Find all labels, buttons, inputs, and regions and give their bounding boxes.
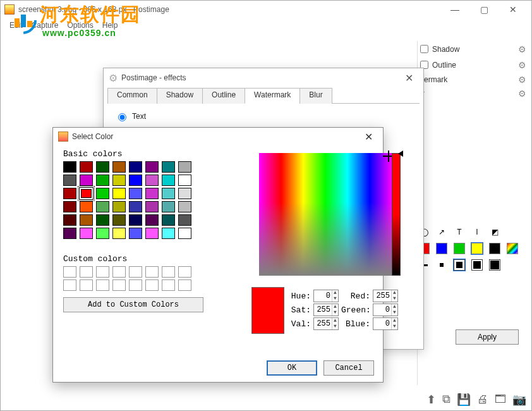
basic-color-swatch[interactable]	[145, 188, 159, 199]
apply-button[interactable]: Apply	[456, 329, 519, 345]
basic-color-swatch[interactable]	[178, 188, 191, 199]
basic-color-swatch[interactable]	[129, 228, 142, 239]
gear-icon[interactable]: ⚙	[518, 75, 526, 85]
basic-color-swatch[interactable]	[145, 228, 159, 239]
basic-color-swatch[interactable]	[162, 214, 175, 226]
hue-field[interactable]	[314, 290, 332, 302]
basic-color-swatch[interactable]	[129, 175, 142, 186]
crop-icon[interactable]: ◩	[488, 226, 501, 238]
slider-arrow-icon[interactable]	[398, 150, 403, 157]
custom-color-swatch[interactable]	[145, 266, 159, 278]
gear-icon[interactable]: ⚙	[518, 60, 526, 70]
close-button[interactable]: ✕	[499, 1, 528, 18]
browser-icon[interactable]: 🗔	[495, 393, 506, 407]
custom-color-swatch[interactable]	[112, 279, 126, 291]
basic-color-swatch[interactable]	[112, 214, 126, 226]
tab-common[interactable]: Common	[107, 88, 157, 104]
basic-color-swatch[interactable]	[63, 214, 76, 226]
size-option[interactable]	[453, 259, 466, 271]
menu-capture[interactable]: Capture	[28, 20, 63, 31]
side-item-shadow[interactable]: Shadow ⚙	[415, 41, 529, 57]
gear-icon[interactable]: ⚙	[518, 44, 526, 54]
shadow-checkbox[interactable]	[420, 45, 428, 53]
text-radio[interactable]	[118, 113, 126, 121]
chevron-down-icon[interactable]: ▼	[332, 310, 338, 316]
side-item-blur[interactable]: ur ⚙	[415, 87, 529, 101]
side-item-outline[interactable]: Outline ⚙	[415, 57, 529, 73]
val-field[interactable]	[314, 318, 332, 329]
custom-color-swatch[interactable]	[63, 279, 76, 291]
basic-color-swatch[interactable]	[162, 175, 175, 186]
ok-button[interactable]: OK	[267, 360, 317, 376]
basic-color-swatch[interactable]	[145, 214, 159, 226]
gradient-crosshair[interactable]	[385, 153, 392, 159]
basic-color-swatch[interactable]	[162, 228, 175, 239]
add-custom-button[interactable]: Add to Custom Colors	[63, 297, 203, 312]
effects-close-button[interactable]: ✕	[399, 72, 418, 84]
basic-color-swatch[interactable]	[112, 175, 126, 186]
basic-color-swatch[interactable]	[80, 175, 93, 186]
red-field[interactable]	[373, 290, 391, 302]
custom-color-swatch[interactable]	[63, 266, 76, 278]
basic-color-swatch[interactable]	[96, 188, 109, 199]
basic-color-swatch[interactable]	[162, 188, 175, 199]
custom-color-swatch[interactable]	[112, 266, 126, 278]
gear-icon[interactable]: ⚙	[518, 89, 526, 99]
basic-color-swatch[interactable]	[178, 161, 191, 173]
basic-color-swatch[interactable]	[63, 188, 76, 199]
menu-help[interactable]: Help	[99, 20, 122, 31]
basic-color-swatch[interactable]	[178, 228, 191, 239]
size-option[interactable]	[435, 259, 448, 271]
chevron-down-icon[interactable]: ▼	[332, 324, 338, 329]
upload-icon[interactable]: ⬆	[426, 393, 436, 407]
rainbow-swatch[interactable]	[506, 242, 519, 255]
basic-color-swatch[interactable]	[162, 201, 175, 212]
custom-color-swatch[interactable]	[96, 266, 109, 278]
basic-color-swatch[interactable]	[178, 175, 191, 186]
basic-color-swatch[interactable]	[145, 175, 159, 186]
basic-color-swatch[interactable]	[96, 201, 109, 212]
tab-watermark[interactable]: Watermark	[245, 88, 300, 104]
tab-blur[interactable]: Blur	[299, 88, 332, 104]
color-swatch[interactable]	[488, 242, 501, 255]
text-radio-row[interactable]: Text	[115, 111, 412, 121]
basic-color-swatch[interactable]	[80, 161, 93, 173]
green-input[interactable]: ▲▼	[373, 304, 398, 316]
basic-color-swatch[interactable]	[162, 161, 175, 173]
camera-icon[interactable]: 📷	[512, 393, 526, 407]
size-option[interactable]	[471, 259, 483, 271]
hue-input[interactable]: ▲▼	[313, 290, 339, 302]
caret-icon[interactable]: I	[471, 226, 483, 238]
basic-color-swatch[interactable]	[129, 201, 142, 212]
chevron-down-icon[interactable]: ▼	[392, 324, 397, 329]
hue-sat-field[interactable]	[259, 153, 392, 276]
basic-color-swatch[interactable]	[178, 201, 191, 212]
basic-color-swatch[interactable]	[96, 228, 109, 239]
basic-color-swatch[interactable]	[96, 214, 109, 226]
value-slider[interactable]	[392, 153, 401, 276]
basic-color-swatch[interactable]	[145, 201, 159, 212]
copy-icon[interactable]: ⧉	[442, 393, 450, 407]
custom-color-swatch[interactable]	[96, 279, 109, 291]
basic-color-swatch[interactable]	[63, 161, 76, 173]
basic-color-swatch[interactable]	[80, 228, 93, 239]
basic-color-swatch[interactable]	[129, 188, 142, 199]
menu-options[interactable]: Options	[63, 20, 97, 31]
chevron-down-icon[interactable]: ▼	[332, 296, 338, 302]
basic-color-swatch[interactable]	[129, 214, 142, 226]
basic-color-swatch[interactable]	[96, 175, 109, 186]
color-swatch[interactable]	[453, 242, 466, 255]
green-field[interactable]	[373, 304, 391, 316]
basic-color-swatch[interactable]	[80, 214, 93, 226]
sat-input[interactable]: ▲▼	[313, 304, 339, 316]
custom-color-swatch[interactable]	[80, 279, 93, 291]
custom-color-swatch[interactable]	[129, 279, 142, 291]
arrow-icon[interactable]: ↗	[435, 226, 448, 238]
basic-color-swatch[interactable]	[63, 228, 76, 239]
basic-color-swatch[interactable]	[129, 161, 142, 173]
side-item-watermark[interactable]: atermark ⚙	[415, 73, 529, 87]
cancel-button[interactable]: Cancel	[323, 360, 374, 376]
basic-color-swatch[interactable]	[178, 214, 191, 226]
color-swatch[interactable]	[471, 242, 483, 255]
color-swatch[interactable]	[435, 242, 448, 255]
